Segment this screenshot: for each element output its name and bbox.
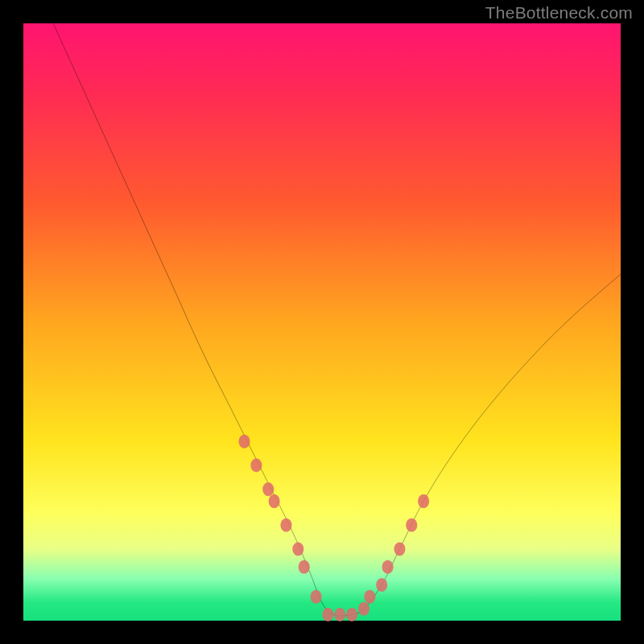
marker-dot — [238, 435, 250, 448]
marker-dot — [250, 459, 262, 473]
watermark-text: TheBottleneck.com — [485, 3, 633, 23]
marker-dot — [311, 590, 322, 604]
marker-group — [238, 435, 429, 621]
curve-path — [53, 23, 621, 616]
marker-dot — [382, 560, 394, 574]
marker-dot — [299, 560, 310, 574]
chart-svg — [23, 23, 621, 621]
marker-dot — [262, 482, 274, 496]
marker-dot — [364, 590, 375, 604]
marker-dot — [418, 494, 429, 508]
marker-dot — [292, 542, 303, 555]
marker-dot — [322, 608, 333, 621]
marker-dot — [346, 608, 357, 621]
plot-area — [23, 23, 621, 621]
marker-dot — [394, 542, 405, 555]
marker-dot — [358, 602, 369, 616]
chart-stage: TheBottleneck.com — [0, 0, 644, 644]
marker-dot — [280, 518, 291, 532]
marker-dot — [376, 578, 387, 592]
marker-dot — [334, 608, 345, 621]
marker-dot — [269, 494, 280, 508]
marker-dot — [406, 518, 417, 532]
